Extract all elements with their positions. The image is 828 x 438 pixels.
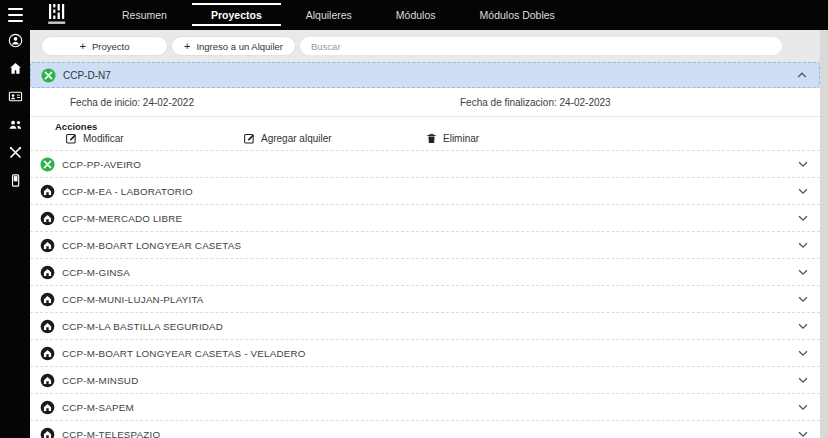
sidebar-home-icon[interactable] [8,61,23,76]
project-row[interactable]: CCP-M-BOART LONGYEAR CASETAS - VELADERO [30,339,820,366]
plus-icon: + [184,41,190,52]
main-content: +Proyecto+Ingreso a un Alquiler CCP-D-N7… [30,30,828,438]
eliminar-action-button[interactable]: Eliminar [425,132,479,145]
sidebar-id-card-icon[interactable] [8,89,23,104]
main-nav-tabs: ResumenProyectosAlquileresMódulosMódulos… [100,0,577,30]
project-row[interactable]: CCP-M-MUNI-LUJAN-PLAYITA [30,285,820,312]
home-black-badge-icon [40,238,55,253]
home-black-badge-icon [40,319,55,334]
chevron-down-icon[interactable] [796,211,810,225]
home-black-badge-icon [40,400,55,415]
sidebar-door-icon[interactable] [8,173,23,188]
project-name: CCP-M-BOART LONGYEAR CASETAS [62,240,241,251]
collapsed-project-rows: CCP-PP-AVEIRO CCP-M-EA - LABORATORIO CCP… [30,150,820,438]
project-row[interactable]: CCP-M-LA BASTILLA SEGURIDAD [30,312,820,339]
sidebar-people-icon[interactable] [8,117,23,132]
project-row[interactable]: CCP-M-MINSUD [30,366,820,393]
nav-tab-alquileres[interactable]: Alquileres [284,0,374,30]
project-name: CCP-M-EA - LABORATORIO [62,186,193,197]
projects-accordion-list: CCP-D-N7 Fecha de inicio: 24-02-2022 Fec… [30,62,820,438]
edit-icon [65,132,78,145]
home-black-badge-icon [40,292,55,307]
modificar-action-button[interactable]: Modificar [65,132,124,145]
actions-title: Acciones [55,121,97,132]
chevron-down-icon[interactable] [796,265,810,279]
vertical-scrollbar[interactable] [820,30,828,438]
ingreso-a-un-alquiler-button[interactable]: +Ingreso a un Alquiler [172,37,295,55]
chevron-down-icon[interactable] [796,157,810,171]
divider [30,116,820,117]
toolbar: +Proyecto+Ingreso a un Alquiler [30,30,820,62]
app-logo [47,3,67,27]
project-name: CCP-M-TELESPAZIO [62,429,160,438]
edit-icon [243,132,256,145]
home-black-badge-icon [40,265,55,280]
project-row[interactable]: CCP-M-BOART LONGYEAR CASETAS [30,231,820,258]
nav-tab-proyectos[interactable]: Proyectos [189,0,284,30]
tools-green-badge-icon [40,157,55,172]
actions-row: ModificarAgregar alquilerEliminar [30,132,820,150]
chevron-down-icon[interactable] [796,292,810,306]
trash-icon [425,132,438,145]
chevron-down-icon[interactable] [796,400,810,414]
chevron-down-icon[interactable] [796,346,810,360]
nav-tab-módulos[interactable]: Módulos [374,0,458,30]
chevron-up-icon[interactable] [795,68,809,82]
tools-green-badge-icon [41,68,56,83]
project-name: CCP-M-MUNI-LUJAN-PLAYITA [62,294,204,305]
nav-tab-resumen[interactable]: Resumen [100,0,189,30]
project-name: CCP-M-SAPEM [62,402,134,413]
sidebar-account-icon[interactable] [8,33,23,48]
project-name: CCP-M-MINSUD [62,375,138,386]
project-name: CCP-M-MERCADO LIBRE [62,213,182,224]
home-black-badge-icon [40,346,55,361]
end-date-label: Fecha de finalizacion: 24-02-2023 [460,97,611,108]
sidebar-tools-icon[interactable] [8,145,23,160]
chevron-down-icon[interactable] [796,184,810,198]
plus-icon: + [80,41,86,52]
proyecto-button[interactable]: +Proyecto [42,37,167,55]
project-name: CCP-M-LA BASTILLA SEGURIDAD [62,321,223,332]
hamburger-menu-icon[interactable] [8,8,23,22]
project-row-expanded-ccp-d-n7[interactable]: CCP-D-N7 [30,62,820,88]
project-row[interactable]: CCP-M-EA - LABORATORIO [30,177,820,204]
chevron-down-icon[interactable] [796,373,810,387]
project-name: CCP-M-GINSA [62,267,130,278]
home-black-badge-icon [40,427,55,438]
project-details-panel: Fecha de inicio: 24-02-2022 Fecha de fin… [30,88,820,150]
project-name: CCP-M-BOART LONGYEAR CASETAS - VELADERO [62,348,306,359]
project-name: CCP-PP-AVEIRO [62,159,141,170]
left-icon-sidebar [0,30,30,438]
home-black-badge-icon [40,373,55,388]
search-input[interactable] [300,37,782,55]
nav-tab-módulos-dobles[interactable]: Módulos Dobles [458,0,577,30]
project-row[interactable]: CCP-M-TELESPAZIO [30,420,820,438]
chevron-down-icon[interactable] [796,319,810,333]
project-row[interactable]: CCP-M-SAPEM [30,393,820,420]
project-row[interactable]: CCP-M-MERCADO LIBRE [30,204,820,231]
chevron-down-icon[interactable] [796,238,810,252]
project-name: CCP-D-N7 [63,70,111,81]
project-row[interactable]: CCP-PP-AVEIRO [30,150,820,177]
home-black-badge-icon [40,211,55,226]
project-row[interactable]: CCP-M-GINSA [30,258,820,285]
chevron-down-icon[interactable] [796,427,810,438]
home-black-badge-icon [40,184,55,199]
start-date-label: Fecha de inicio: 24-02-2022 [70,97,194,108]
agregar-alquiler-action-button[interactable]: Agregar alquiler [243,132,332,145]
top-app-bar: ResumenProyectosAlquileresMódulosMódulos… [0,0,828,30]
